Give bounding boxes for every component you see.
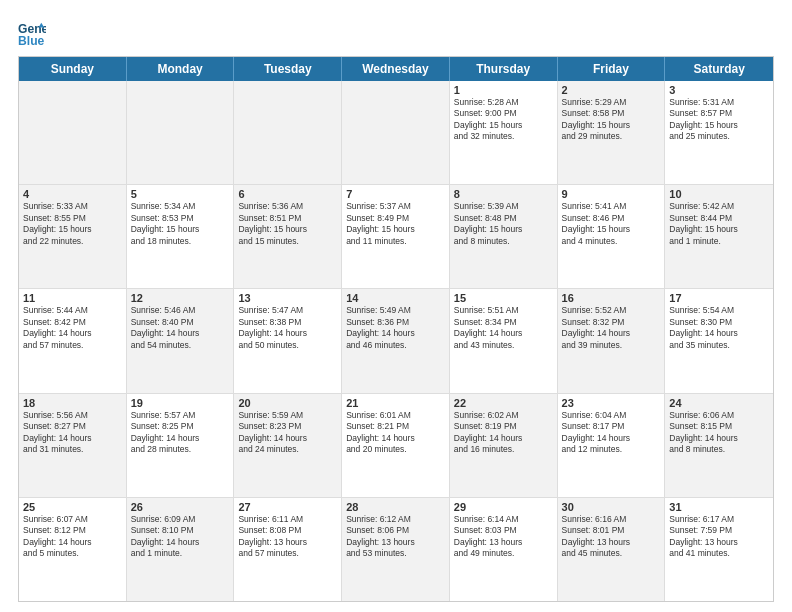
day-number: 14 bbox=[346, 292, 445, 304]
cell-info-line: Sunrise: 6:06 AM bbox=[669, 410, 769, 421]
cell-info-line: and 29 minutes. bbox=[562, 131, 661, 142]
cell-info-line: Sunset: 8:01 PM bbox=[562, 525, 661, 536]
cell-info-line: and 5 minutes. bbox=[23, 548, 122, 559]
cal-cell-2-4: 7Sunrise: 5:37 AMSunset: 8:49 PMDaylight… bbox=[342, 185, 450, 288]
cal-cell-2-2: 5Sunrise: 5:34 AMSunset: 8:53 PMDaylight… bbox=[127, 185, 235, 288]
cal-cell-2-6: 9Sunrise: 5:41 AMSunset: 8:46 PMDaylight… bbox=[558, 185, 666, 288]
cell-info-line: and 43 minutes. bbox=[454, 340, 553, 351]
day-number: 31 bbox=[669, 501, 769, 513]
cell-info-line: Sunrise: 6:16 AM bbox=[562, 514, 661, 525]
cell-info-line: Sunrise: 5:34 AM bbox=[131, 201, 230, 212]
cell-info-line: and 39 minutes. bbox=[562, 340, 661, 351]
cell-info-line: Sunrise: 5:28 AM bbox=[454, 97, 553, 108]
cell-info-line: and 1 minute. bbox=[669, 236, 769, 247]
cell-info-line: Sunset: 8:36 PM bbox=[346, 317, 445, 328]
cal-cell-4-2: 19Sunrise: 5:57 AMSunset: 8:25 PMDayligh… bbox=[127, 394, 235, 497]
cal-week-1: 1Sunrise: 5:28 AMSunset: 9:00 PMDaylight… bbox=[19, 81, 773, 185]
cell-info-line: Daylight: 14 hours bbox=[454, 433, 553, 444]
cell-info-line: and 32 minutes. bbox=[454, 131, 553, 142]
calendar-header: SundayMondayTuesdayWednesdayThursdayFrid… bbox=[19, 57, 773, 81]
day-number: 24 bbox=[669, 397, 769, 409]
cell-info-line: Daylight: 14 hours bbox=[346, 433, 445, 444]
day-number: 10 bbox=[669, 188, 769, 200]
cell-info-line: Sunset: 8:27 PM bbox=[23, 421, 122, 432]
cal-header-monday: Monday bbox=[127, 57, 235, 81]
cell-info-line: Sunrise: 6:17 AM bbox=[669, 514, 769, 525]
cell-info-line: Daylight: 13 hours bbox=[346, 537, 445, 548]
cal-header-thursday: Thursday bbox=[450, 57, 558, 81]
cell-info-line: Sunset: 8:03 PM bbox=[454, 525, 553, 536]
cell-info-line: and 35 minutes. bbox=[669, 340, 769, 351]
cell-info-line: Daylight: 13 hours bbox=[669, 537, 769, 548]
cell-info-line: Sunrise: 6:14 AM bbox=[454, 514, 553, 525]
cal-cell-4-6: 23Sunrise: 6:04 AMSunset: 8:17 PMDayligh… bbox=[558, 394, 666, 497]
cell-info-line: Sunset: 8:57 PM bbox=[669, 108, 769, 119]
cell-info-line: and 15 minutes. bbox=[238, 236, 337, 247]
cell-info-line: Sunset: 8:25 PM bbox=[131, 421, 230, 432]
cell-info-line: and 50 minutes. bbox=[238, 340, 337, 351]
cal-cell-1-1 bbox=[19, 81, 127, 184]
cell-info-line: and 4 minutes. bbox=[562, 236, 661, 247]
cal-cell-5-2: 26Sunrise: 6:09 AMSunset: 8:10 PMDayligh… bbox=[127, 498, 235, 601]
day-number: 3 bbox=[669, 84, 769, 96]
day-number: 9 bbox=[562, 188, 661, 200]
cell-info-line: Sunrise: 5:31 AM bbox=[669, 97, 769, 108]
cell-info-line: Daylight: 14 hours bbox=[23, 328, 122, 339]
cell-info-line: Daylight: 14 hours bbox=[238, 433, 337, 444]
cell-info-line: Sunset: 8:34 PM bbox=[454, 317, 553, 328]
calendar-body: 1Sunrise: 5:28 AMSunset: 9:00 PMDaylight… bbox=[19, 81, 773, 601]
cell-info-line: Sunset: 8:12 PM bbox=[23, 525, 122, 536]
cal-cell-1-3 bbox=[234, 81, 342, 184]
cell-info-line: Sunset: 8:51 PM bbox=[238, 213, 337, 224]
cell-info-line: Daylight: 15 hours bbox=[23, 224, 122, 235]
day-number: 8 bbox=[454, 188, 553, 200]
cell-info-line: Sunrise: 5:41 AM bbox=[562, 201, 661, 212]
cell-info-line: Sunrise: 5:42 AM bbox=[669, 201, 769, 212]
cal-cell-3-7: 17Sunrise: 5:54 AMSunset: 8:30 PMDayligh… bbox=[665, 289, 773, 392]
day-number: 25 bbox=[23, 501, 122, 513]
cell-info-line: and 16 minutes. bbox=[454, 444, 553, 455]
cal-cell-5-3: 27Sunrise: 6:11 AMSunset: 8:08 PMDayligh… bbox=[234, 498, 342, 601]
cell-info-line: and 24 minutes. bbox=[238, 444, 337, 455]
page: General Blue SundayMondayTuesdayWednesda… bbox=[0, 0, 792, 612]
cal-cell-4-3: 20Sunrise: 5:59 AMSunset: 8:23 PMDayligh… bbox=[234, 394, 342, 497]
cell-info-line: Daylight: 15 hours bbox=[562, 224, 661, 235]
cell-info-line: Daylight: 13 hours bbox=[238, 537, 337, 548]
cal-cell-4-7: 24Sunrise: 6:06 AMSunset: 8:15 PMDayligh… bbox=[665, 394, 773, 497]
logo-icon: General Blue bbox=[18, 20, 46, 48]
cal-cell-4-5: 22Sunrise: 6:02 AMSunset: 8:19 PMDayligh… bbox=[450, 394, 558, 497]
cal-cell-3-2: 12Sunrise: 5:46 AMSunset: 8:40 PMDayligh… bbox=[127, 289, 235, 392]
cell-info-line: Daylight: 14 hours bbox=[454, 328, 553, 339]
cell-info-line: Daylight: 13 hours bbox=[454, 537, 553, 548]
day-number: 5 bbox=[131, 188, 230, 200]
day-number: 1 bbox=[454, 84, 553, 96]
cell-info-line: Sunset: 8:23 PM bbox=[238, 421, 337, 432]
cell-info-line: Daylight: 14 hours bbox=[131, 328, 230, 339]
day-number: 2 bbox=[562, 84, 661, 96]
cal-cell-2-3: 6Sunrise: 5:36 AMSunset: 8:51 PMDaylight… bbox=[234, 185, 342, 288]
cell-info-line: and 1 minute. bbox=[131, 548, 230, 559]
cell-info-line: Sunset: 7:59 PM bbox=[669, 525, 769, 536]
cell-info-line: Sunrise: 6:12 AM bbox=[346, 514, 445, 525]
cell-info-line: Sunrise: 5:59 AM bbox=[238, 410, 337, 421]
cell-info-line: Daylight: 14 hours bbox=[562, 328, 661, 339]
cell-info-line: Sunset: 8:46 PM bbox=[562, 213, 661, 224]
day-number: 12 bbox=[131, 292, 230, 304]
cal-cell-1-6: 2Sunrise: 5:29 AMSunset: 8:58 PMDaylight… bbox=[558, 81, 666, 184]
day-number: 16 bbox=[562, 292, 661, 304]
cell-info-line: Sunset: 8:08 PM bbox=[238, 525, 337, 536]
cal-cell-5-1: 25Sunrise: 6:07 AMSunset: 8:12 PMDayligh… bbox=[19, 498, 127, 601]
cell-info-line: Sunset: 8:48 PM bbox=[454, 213, 553, 224]
cal-cell-2-1: 4Sunrise: 5:33 AMSunset: 8:55 PMDaylight… bbox=[19, 185, 127, 288]
cell-info-line: Daylight: 15 hours bbox=[346, 224, 445, 235]
cell-info-line: and 18 minutes. bbox=[131, 236, 230, 247]
cal-cell-1-5: 1Sunrise: 5:28 AMSunset: 9:00 PMDaylight… bbox=[450, 81, 558, 184]
cal-week-2: 4Sunrise: 5:33 AMSunset: 8:55 PMDaylight… bbox=[19, 185, 773, 289]
cell-info-line: Daylight: 14 hours bbox=[23, 433, 122, 444]
cal-cell-2-5: 8Sunrise: 5:39 AMSunset: 8:48 PMDaylight… bbox=[450, 185, 558, 288]
cell-info-line: Daylight: 15 hours bbox=[669, 120, 769, 131]
cell-info-line: and 49 minutes. bbox=[454, 548, 553, 559]
cell-info-line: Sunrise: 5:54 AM bbox=[669, 305, 769, 316]
cell-info-line: Sunset: 8:38 PM bbox=[238, 317, 337, 328]
day-number: 27 bbox=[238, 501, 337, 513]
